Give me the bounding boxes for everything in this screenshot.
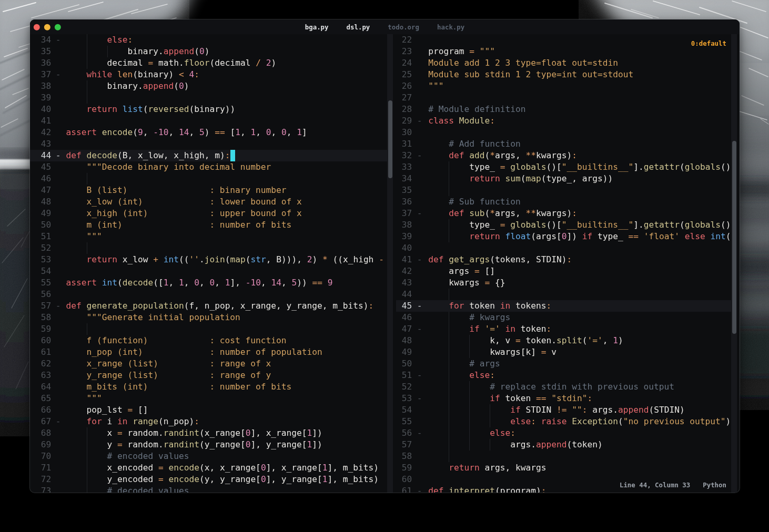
fold-marker-icon[interactable]: - bbox=[416, 485, 423, 493]
fold-marker-icon[interactable]: - bbox=[416, 370, 423, 381]
tab-todo-org[interactable]: todo.org bbox=[388, 23, 419, 31]
code-line[interactable]: 55assert int(decode([1, 1, 0, 0, 1], -10… bbox=[30, 277, 387, 289]
code-line[interactable]: 57-def generate_population(f, n_pop, x_r… bbox=[30, 300, 387, 312]
code-line[interactable]: 51- else: bbox=[396, 370, 731, 381]
code-line[interactable]: 40 return list(reversed(binary)) bbox=[30, 104, 387, 115]
code-line[interactable]: 54 bbox=[30, 265, 387, 277]
code-line[interactable]: 55 else: raise Exception("no previous ou… bbox=[396, 416, 731, 427]
code-line[interactable]: 26""" bbox=[396, 80, 731, 92]
code-line[interactable]: 48 x_low (int) : lower bound of x bbox=[30, 196, 387, 208]
code-line[interactable]: 69 y = random.randint(y_range[0], y_rang… bbox=[30, 439, 387, 451]
code-line[interactable]: 37- while len(binary) < 4: bbox=[30, 69, 387, 80]
code-line[interactable]: 46 # kwargs bbox=[396, 312, 731, 323]
fold-marker-icon[interactable]: - bbox=[416, 427, 423, 439]
code-line[interactable]: 45 """Decode binary into decimal number bbox=[30, 161, 387, 173]
fold-marker-icon[interactable]: - bbox=[416, 300, 423, 312]
code-line[interactable]: 42 args = [] bbox=[396, 265, 731, 277]
tab-bga-py[interactable]: bga.py bbox=[305, 23, 329, 31]
scrollbar-thumb-right[interactable] bbox=[732, 141, 736, 334]
code-line[interactable]: 35 binary.append(0) bbox=[30, 46, 387, 57]
code-line[interactable]: 36 # Sub function bbox=[396, 196, 731, 208]
language-indicator[interactable]: Python bbox=[703, 481, 726, 489]
code-line[interactable]: 70 # encoded values bbox=[30, 451, 387, 462]
code-line[interactable]: 48 k, v = token.split('=', 1) bbox=[396, 335, 731, 346]
code-line[interactable]: 50 # args bbox=[396, 358, 731, 370]
code-line[interactable]: 38 binary.append(0) bbox=[30, 80, 387, 92]
code-line[interactable]: 36 decimal = math.floor(decimal / 2) bbox=[30, 57, 387, 69]
fold-marker-icon[interactable]: - bbox=[416, 393, 423, 404]
code-line[interactable]: 24Module add 1 2 3 type=float out=stdin bbox=[396, 57, 731, 69]
code-line[interactable]: 43 bbox=[30, 138, 387, 150]
code-line[interactable]: 60 f (function) : cost function bbox=[30, 335, 387, 346]
code-line[interactable]: 30 bbox=[396, 127, 731, 138]
code-line[interactable]: 47- if '=' in token: bbox=[396, 323, 731, 335]
code-line[interactable]: 33 type_ = globals()["__builtins__"].get… bbox=[396, 161, 731, 173]
code-line[interactable]: 44 bbox=[396, 289, 731, 300]
code-line[interactable]: 32- def add(*args, **kwargs): bbox=[396, 150, 731, 161]
code-line[interactable]: 63 y_range (list) : range of y bbox=[30, 370, 387, 381]
code-line[interactable]: 52 # replace stdin with previous output bbox=[396, 381, 731, 393]
code-line[interactable]: 45- for token in tokens: bbox=[396, 300, 731, 312]
code-line[interactable]: 59 bbox=[30, 323, 387, 335]
fold-marker-icon[interactable]: - bbox=[416, 323, 423, 335]
editor-pane-right[interactable]: 2223program = """24Module add 1 2 3 type… bbox=[396, 34, 731, 493]
code-line[interactable]: 41 bbox=[30, 115, 387, 127]
code-line[interactable]: 73 # decoded values bbox=[30, 485, 387, 493]
scrollbar-thumb-left[interactable] bbox=[388, 100, 392, 178]
scrollbar-left[interactable] bbox=[387, 34, 393, 493]
code-line[interactable]: 31 # Add function bbox=[396, 138, 731, 150]
tab-dsl-py[interactable]: dsl.py bbox=[347, 23, 370, 31]
code-line[interactable]: 53- if token == "stdin": bbox=[396, 393, 731, 404]
code-line[interactable]: 34- else: bbox=[30, 34, 387, 46]
fold-marker-icon[interactable]: - bbox=[54, 150, 62, 161]
code-line[interactable]: 25Module sub stdin 1 2 type=int out=stdo… bbox=[396, 69, 731, 80]
fold-marker-icon[interactable]: - bbox=[416, 254, 423, 265]
code-line[interactable]: 72 y_encoded = encode(y, y_range[0], y_r… bbox=[30, 474, 387, 485]
editor-pane-left[interactable]: 34- else:35 binary.append(0)36 decimal =… bbox=[30, 34, 387, 493]
code-line[interactable]: 57 args.append(token) bbox=[396, 439, 731, 451]
code-line[interactable]: 50 m (int) : number of bits bbox=[30, 219, 387, 231]
code-line[interactable]: 22 bbox=[396, 34, 731, 46]
code-line[interactable]: 28# Module definition bbox=[396, 104, 731, 115]
code-line[interactable]: 64 m_bits (int) : number of bits bbox=[30, 381, 387, 393]
code-line[interactable]: 47 B (list) : binary number bbox=[30, 185, 387, 196]
code-line[interactable]: 37- def sub(*args, **kwargs): bbox=[396, 208, 731, 219]
code-line[interactable]: 66 pop_lst = [] bbox=[30, 404, 387, 416]
code-line[interactable]: 65 """ bbox=[30, 393, 387, 404]
code-line[interactable]: 42assert encode(9, -10, 14, 5) == [1, 1,… bbox=[30, 127, 387, 138]
code-line[interactable]: 43 kwargs = {} bbox=[396, 277, 731, 289]
scrollbar-right[interactable] bbox=[731, 34, 737, 493]
code-line[interactable]: 23program = """ bbox=[396, 46, 731, 57]
code-line[interactable]: 56 bbox=[30, 289, 387, 300]
code-line[interactable]: 35 bbox=[396, 185, 731, 196]
fold-marker-icon[interactable]: - bbox=[54, 69, 62, 80]
code-line[interactable]: 62 x_range (list) : range of x bbox=[30, 358, 387, 370]
code-line[interactable]: 56- else: bbox=[396, 427, 731, 439]
code-line[interactable]: 38 type_ = globals()["__builtins__"].get… bbox=[396, 219, 731, 231]
code-line[interactable]: 59 return args, kwargs bbox=[396, 462, 731, 474]
code-line[interactable]: 39 return float(args[0]) if type_ == 'fl… bbox=[396, 231, 731, 242]
code-line[interactable]: 49 kwargs[k] = v bbox=[396, 346, 731, 358]
code-line[interactable]: 58 """Generate initial population bbox=[30, 312, 387, 323]
fold-marker-icon[interactable]: - bbox=[54, 300, 62, 312]
code-line[interactable]: 51 """ bbox=[30, 231, 387, 242]
code-line[interactable]: 39 bbox=[30, 92, 387, 104]
code-line[interactable]: 40 bbox=[396, 242, 731, 254]
code-line[interactable]: 67- for i in range(n_pop): bbox=[30, 416, 387, 427]
code-line[interactable]: 29-class Module: bbox=[396, 115, 731, 127]
code-line[interactable]: 44-def decode(B, x_low, x_high, m): bbox=[30, 150, 387, 161]
code-line[interactable]: 54 if STDIN != "": args.append(STDIN) bbox=[396, 404, 731, 416]
fold-marker-icon[interactable]: - bbox=[416, 208, 423, 219]
fold-marker-icon[interactable]: - bbox=[416, 150, 423, 161]
fold-marker-icon[interactable]: - bbox=[54, 34, 62, 46]
code-line[interactable]: 34 return sum(map(type_, args)) bbox=[396, 173, 731, 185]
tab-hack-py[interactable]: hack.py bbox=[437, 23, 464, 31]
code-line[interactable]: 53 return x_low + int((''.join(map(str, … bbox=[30, 254, 387, 265]
code-line[interactable]: 49 x_high (int) : upper bound of x bbox=[30, 208, 387, 219]
code-line[interactable]: 46 bbox=[30, 173, 387, 185]
fold-marker-icon[interactable]: - bbox=[416, 115, 423, 127]
code-line[interactable]: 68 x = random.randint(x_range[0], x_rang… bbox=[30, 427, 387, 439]
code-line[interactable]: 41-def get_args(tokens, STDIN): bbox=[396, 254, 731, 265]
code-line[interactable]: 58 bbox=[396, 451, 731, 462]
code-line[interactable]: 52 bbox=[30, 242, 387, 254]
